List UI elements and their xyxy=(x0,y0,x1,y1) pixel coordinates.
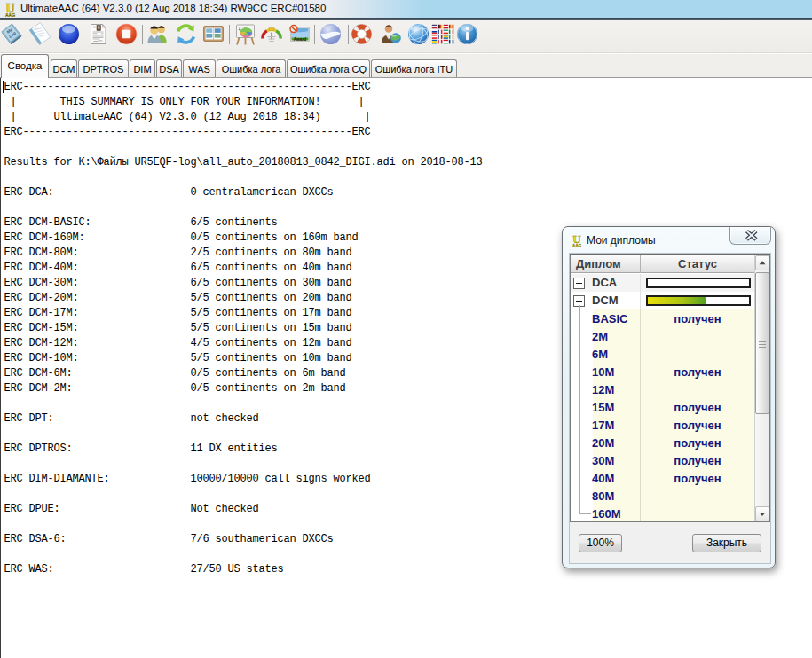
svg-text:Award: Award xyxy=(293,37,306,42)
svg-text:AAG: AAG xyxy=(5,12,15,18)
svg-text:AAG: AAG xyxy=(572,244,582,248)
